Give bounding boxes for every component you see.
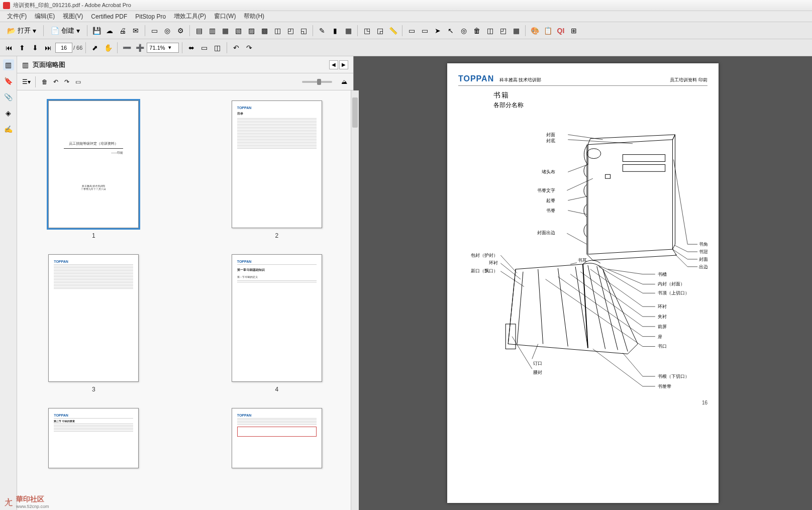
thumbnail-page-5[interactable]: TOPPAN 第二节 印刷的要素 <box>48 408 139 468</box>
tool-btn-17[interactable]: ◲ <box>374 25 386 37</box>
menu-file[interactable]: 文件(F) <box>3 11 31 22</box>
tool-btn-1[interactable]: ▭ <box>148 25 160 37</box>
menu-help[interactable]: 帮助(H) <box>240 11 268 22</box>
tool-btn-7[interactable]: ▧ <box>232 25 244 37</box>
tool-btn-8[interactable]: ▨ <box>245 25 257 37</box>
thumbnail-page-2[interactable]: TOPPAN 目录 <box>232 100 322 228</box>
tool-btn-31[interactable]: ⊞ <box>568 25 580 37</box>
tool-btn-21[interactable]: ➤ <box>432 25 444 37</box>
menu-view[interactable]: 视图(V) <box>59 11 87 22</box>
tool-btn-27[interactable]: ▦ <box>510 25 522 37</box>
tool-icon: ▭ <box>422 27 428 34</box>
menu-certified-pdf[interactable]: Certified PDF <box>87 12 131 21</box>
thumbnails-scrollbar[interactable] <box>351 90 359 510</box>
first-page-button[interactable]: ⏮ <box>3 42 15 54</box>
svg-text:环衬: 环衬 <box>658 304 667 309</box>
last-icon: ⏭ <box>45 44 52 51</box>
zoom-select[interactable]: 71.1%▾ <box>147 43 178 53</box>
zoom-out-button[interactable]: ➖ <box>121 42 133 54</box>
tool-btn-24[interactable]: 🗑 <box>471 25 483 37</box>
tool-btn-19[interactable]: ▭ <box>405 25 418 37</box>
hand-tool-button[interactable]: ✋ <box>102 42 114 54</box>
rotate-left-button[interactable]: ↶ <box>52 78 60 86</box>
thumbnail-page-6[interactable]: TOPPAN <box>232 408 322 468</box>
menu-window[interactable]: 窗口(W) <box>210 11 240 22</box>
last-page-button[interactable]: ⏭ <box>42 42 54 54</box>
tool-btn-20[interactable]: ▭ <box>419 25 431 37</box>
thumbnail-page-4[interactable]: TOPPAN 第一章 印刷基础知识 第一节 印刷的定义 <box>232 254 322 382</box>
export-button[interactable]: ☁ <box>104 25 116 37</box>
thumb-view-button[interactable]: ⛰ <box>340 78 348 86</box>
tool-btn-26[interactable]: ◰ <box>497 25 509 37</box>
thumbnail-item[interactable]: TOPPAN 目录 2 <box>211 100 344 239</box>
attachments-tab[interactable]: 📎 <box>3 91 14 103</box>
create-button[interactable]: 📄创建▾ <box>47 25 84 37</box>
prev-page-button[interactable]: ⬆ <box>16 42 28 54</box>
tool-icon: QI <box>557 27 565 34</box>
svg-text:封面出边: 封面出边 <box>537 230 555 235</box>
signatures-tab[interactable]: ✍ <box>3 124 14 135</box>
two-page-button[interactable]: ◫ <box>212 42 224 54</box>
bookmarks-tab[interactable]: 🔖 <box>3 75 14 86</box>
tool-btn-15[interactable]: ▦ <box>342 25 354 37</box>
delete-page-button[interactable]: 🗑 <box>41 78 49 86</box>
thumbnail-size-slider[interactable] <box>302 81 332 83</box>
tool-btn-9[interactable]: ▩ <box>258 25 270 37</box>
thumbnail-page-1[interactable]: 员工技能等级评定（培训资料） ——印前 科丰雅高 技术培训部 二零零九年十二月八… <box>48 100 139 228</box>
tool-btn-2[interactable]: ◎ <box>161 25 173 37</box>
thumbnail-page-3[interactable]: TOPPAN <box>48 254 139 382</box>
thumbnails-scroll[interactable]: 员工技能等级评定（培训资料） ——印前 科丰雅高 技术培训部 二零零九年十二月八… <box>17 90 353 510</box>
menu-pitstop[interactable]: PitStop Pro <box>131 12 170 21</box>
email-button[interactable]: ✉ <box>130 25 142 37</box>
thumbnail-item[interactable]: TOPPAN 3 <box>27 254 160 393</box>
redo-button[interactable]: ↷ <box>243 42 255 54</box>
fit-width-button[interactable]: ⬌ <box>185 42 197 54</box>
panel-prev-button[interactable]: ◀ <box>329 60 338 69</box>
page-number-input[interactable] <box>55 43 72 53</box>
tool-btn-6[interactable]: ▦ <box>219 25 231 37</box>
layers-tab[interactable]: ◈ <box>3 108 14 119</box>
next-page-button[interactable]: ⬇ <box>29 42 41 54</box>
tool-icon: ▦ <box>513 27 520 34</box>
tool-btn-23[interactable]: ◎ <box>458 25 470 37</box>
open-button[interactable]: 📂打开▾ <box>3 25 40 37</box>
tool-btn-18[interactable]: 📏 <box>387 25 399 37</box>
undo-button[interactable]: ↶ <box>230 42 242 54</box>
scrollbar-thumb[interactable] <box>352 97 358 128</box>
tool-btn-4[interactable]: ▤ <box>193 25 205 37</box>
thumbnails-tab[interactable]: ▥ <box>3 59 14 70</box>
tool-btn-22[interactable]: ↖ <box>445 25 457 37</box>
panel-next-button[interactable]: ▶ <box>339 60 348 69</box>
rotate-right-button[interactable]: ↷ <box>63 78 71 86</box>
tool-btn-11[interactable]: ◰ <box>284 25 296 37</box>
tool-btn-14[interactable]: ▮ <box>329 25 341 37</box>
tool-btn-30[interactable]: QI <box>555 25 567 37</box>
select-tool-button[interactable]: ⬈ <box>89 42 101 54</box>
print-button[interactable]: 🖨 <box>117 25 129 37</box>
tool-btn-16[interactable]: ◳ <box>361 25 373 37</box>
thumbnail-item[interactable]: 员工技能等级评定（培训资料） ——印前 科丰雅高 技术培训部 二零零九年十二月八… <box>27 100 160 239</box>
document-viewer[interactable]: TOPPAN 科丰雅高 技术培训部 员工培训资料 印前 书籍 各部分名称 <box>354 56 812 510</box>
thumbnail-item[interactable]: TOPPAN 第一章 印刷基础知识 第一节 印刷的定义 4 <box>211 254 344 393</box>
menu-plugins[interactable]: 增效工具(P) <box>170 11 210 22</box>
thumbnail-item[interactable]: TOPPAN <box>211 408 344 468</box>
svg-line-8 <box>568 196 587 200</box>
tool-btn-10[interactable]: ◫ <box>271 25 283 37</box>
fit-page-button[interactable]: ▭ <box>198 42 211 54</box>
tool-btn-25[interactable]: ◫ <box>484 25 496 37</box>
svg-text:书角: 书角 <box>699 242 707 247</box>
tool-btn-12[interactable]: ◱ <box>297 25 310 37</box>
zoom-in-button[interactable]: ➕ <box>134 42 146 54</box>
thumbnail-item[interactable]: TOPPAN 第二节 印刷的要素 <box>27 408 160 468</box>
svg-text:书脊文字: 书脊文字 <box>537 188 555 193</box>
extract-button[interactable]: ▭ <box>74 78 82 86</box>
save-button[interactable]: 💾 <box>90 25 103 37</box>
main-toolbar: 📂打开▾ 📄创建▾ 💾 ☁ 🖨 ✉ ▭ ◎ ⚙ ▤ ▥ ▦ ▧ ▨ ▩ ◫ ◰ … <box>0 22 812 39</box>
tool-btn-3[interactable]: ⚙ <box>174 25 186 37</box>
tool-btn-29[interactable]: 📋 <box>542 25 554 37</box>
menu-edit[interactable]: 编辑(E) <box>31 11 59 22</box>
options-button[interactable]: ☰▾ <box>22 78 30 86</box>
tool-btn-28[interactable]: 🎨 <box>529 25 541 37</box>
tool-btn-5[interactable]: ▥ <box>206 25 218 37</box>
tool-btn-13[interactable]: ✎ <box>316 25 328 37</box>
